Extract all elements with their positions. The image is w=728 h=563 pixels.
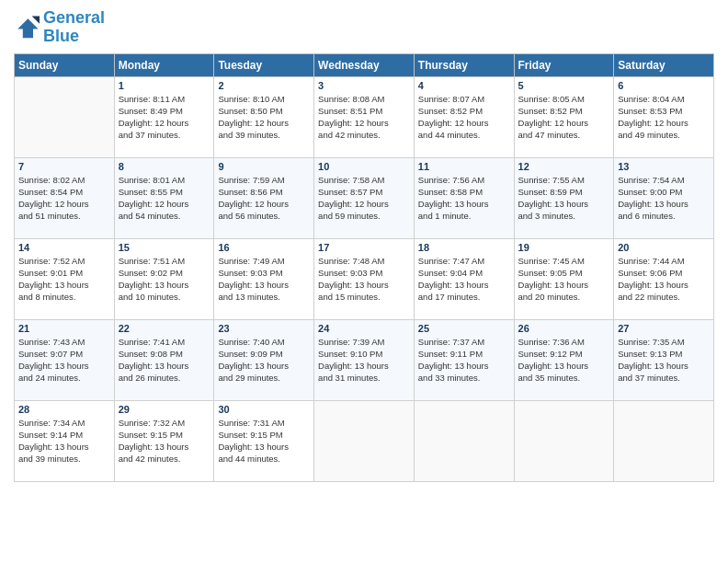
calendar-cell: 14Sunrise: 7:52 AM Sunset: 9:01 PM Dayli… bbox=[15, 238, 115, 319]
day-info: Sunrise: 7:51 AM Sunset: 9:02 PM Dayligh… bbox=[119, 255, 210, 304]
week-row-3: 14Sunrise: 7:52 AM Sunset: 9:01 PM Dayli… bbox=[15, 238, 714, 319]
calendar-cell: 26Sunrise: 7:36 AM Sunset: 9:12 PM Dayli… bbox=[514, 319, 614, 400]
day-info: Sunrise: 7:49 AM Sunset: 9:03 PM Dayligh… bbox=[218, 255, 310, 304]
day-info: Sunrise: 8:02 AM Sunset: 8:54 PM Dayligh… bbox=[18, 174, 110, 223]
calendar-cell: 7Sunrise: 8:02 AM Sunset: 8:54 PM Daylig… bbox=[15, 157, 115, 238]
calendar-cell bbox=[514, 400, 614, 481]
calendar-cell: 29Sunrise: 7:32 AM Sunset: 9:15 PM Dayli… bbox=[114, 400, 214, 481]
day-number: 15 bbox=[119, 242, 210, 253]
day-number: 27 bbox=[618, 323, 710, 334]
week-row-1: 1Sunrise: 8:11 AM Sunset: 8:49 PM Daylig… bbox=[15, 76, 714, 157]
day-info: Sunrise: 7:34 AM Sunset: 9:14 PM Dayligh… bbox=[18, 417, 110, 465]
header-row: SundayMondayTuesdayWednesdayThursdayFrid… bbox=[15, 53, 714, 76]
calendar-cell: 21Sunrise: 7:43 AM Sunset: 9:07 PM Dayli… bbox=[15, 319, 115, 400]
day-number: 18 bbox=[418, 242, 510, 253]
day-number: 6 bbox=[618, 80, 710, 91]
day-number: 19 bbox=[518, 242, 610, 253]
day-info: Sunrise: 7:45 AM Sunset: 9:05 PM Dayligh… bbox=[518, 255, 610, 304]
day-number: 23 bbox=[218, 323, 310, 334]
logo-text: General Blue bbox=[43, 9, 105, 46]
day-number: 12 bbox=[518, 161, 610, 172]
day-number: 25 bbox=[418, 323, 510, 334]
calendar-cell: 6Sunrise: 8:04 AM Sunset: 8:53 PM Daylig… bbox=[614, 76, 714, 157]
day-number: 1 bbox=[119, 80, 210, 91]
day-info: Sunrise: 8:11 AM Sunset: 8:49 PM Dayligh… bbox=[119, 93, 210, 142]
week-row-4: 21Sunrise: 7:43 AM Sunset: 9:07 PM Dayli… bbox=[15, 319, 714, 400]
calendar-cell: 3Sunrise: 8:08 AM Sunset: 8:51 PM Daylig… bbox=[314, 76, 415, 157]
day-number: 17 bbox=[318, 242, 410, 253]
calendar-cell: 12Sunrise: 7:55 AM Sunset: 8:59 PM Dayli… bbox=[514, 157, 614, 238]
day-info: Sunrise: 7:59 AM Sunset: 8:56 PM Dayligh… bbox=[218, 174, 310, 223]
day-number: 10 bbox=[318, 161, 410, 172]
calendar-cell: 18Sunrise: 7:47 AM Sunset: 9:04 PM Dayli… bbox=[414, 238, 514, 319]
page-header: General Blue bbox=[14, 9, 714, 46]
day-info: Sunrise: 7:54 AM Sunset: 9:00 PM Dayligh… bbox=[618, 174, 710, 223]
calendar-cell: 2Sunrise: 8:10 AM Sunset: 8:50 PM Daylig… bbox=[214, 76, 314, 157]
header-friday: Friday bbox=[514, 53, 614, 76]
calendar-cell: 22Sunrise: 7:41 AM Sunset: 9:08 PM Dayli… bbox=[114, 319, 214, 400]
calendar-cell: 20Sunrise: 7:44 AM Sunset: 9:06 PM Dayli… bbox=[614, 238, 714, 319]
day-number: 4 bbox=[418, 80, 510, 91]
calendar-cell: 5Sunrise: 8:05 AM Sunset: 8:52 PM Daylig… bbox=[514, 76, 614, 157]
calendar-cell: 23Sunrise: 7:40 AM Sunset: 9:09 PM Dayli… bbox=[214, 319, 314, 400]
day-number: 20 bbox=[618, 242, 710, 253]
calendar-cell: 24Sunrise: 7:39 AM Sunset: 9:10 PM Dayli… bbox=[314, 319, 415, 400]
calendar-cell: 11Sunrise: 7:56 AM Sunset: 8:58 PM Dayli… bbox=[414, 157, 514, 238]
calendar-cell: 28Sunrise: 7:34 AM Sunset: 9:14 PM Dayli… bbox=[15, 400, 115, 481]
day-info: Sunrise: 7:37 AM Sunset: 9:11 PM Dayligh… bbox=[418, 336, 510, 385]
calendar-cell: 9Sunrise: 7:59 AM Sunset: 8:56 PM Daylig… bbox=[214, 157, 314, 238]
calendar-cell: 10Sunrise: 7:58 AM Sunset: 8:57 PM Dayli… bbox=[314, 157, 415, 238]
day-info: Sunrise: 7:40 AM Sunset: 9:09 PM Dayligh… bbox=[218, 336, 310, 385]
day-number: 28 bbox=[18, 404, 110, 415]
day-info: Sunrise: 7:44 AM Sunset: 9:06 PM Dayligh… bbox=[618, 255, 710, 304]
day-number: 16 bbox=[218, 242, 310, 253]
calendar-body: 1Sunrise: 8:11 AM Sunset: 8:49 PM Daylig… bbox=[15, 76, 714, 481]
day-number: 11 bbox=[418, 161, 510, 172]
day-info: Sunrise: 7:52 AM Sunset: 9:01 PM Dayligh… bbox=[18, 255, 110, 304]
calendar-cell: 25Sunrise: 7:37 AM Sunset: 9:11 PM Dayli… bbox=[414, 319, 514, 400]
calendar-cell bbox=[614, 400, 714, 481]
day-number: 14 bbox=[18, 242, 110, 253]
day-number: 30 bbox=[218, 404, 310, 415]
calendar-header: SundayMondayTuesdayWednesdayThursdayFrid… bbox=[15, 53, 714, 76]
calendar-cell: 4Sunrise: 8:07 AM Sunset: 8:52 PM Daylig… bbox=[414, 76, 514, 157]
calendar-cell: 15Sunrise: 7:51 AM Sunset: 9:02 PM Dayli… bbox=[114, 238, 214, 319]
calendar-cell: 8Sunrise: 8:01 AM Sunset: 8:55 PM Daylig… bbox=[114, 157, 214, 238]
calendar-cell: 1Sunrise: 8:11 AM Sunset: 8:49 PM Daylig… bbox=[114, 76, 214, 157]
day-info: Sunrise: 7:43 AM Sunset: 9:07 PM Dayligh… bbox=[18, 336, 110, 385]
day-info: Sunrise: 8:08 AM Sunset: 8:51 PM Dayligh… bbox=[318, 93, 410, 142]
day-info: Sunrise: 7:31 AM Sunset: 9:15 PM Dayligh… bbox=[218, 417, 310, 465]
day-number: 22 bbox=[119, 323, 210, 334]
logo: General Blue bbox=[14, 9, 105, 46]
calendar-cell: 30Sunrise: 7:31 AM Sunset: 9:15 PM Dayli… bbox=[214, 400, 314, 481]
day-info: Sunrise: 7:35 AM Sunset: 9:13 PM Dayligh… bbox=[618, 336, 710, 385]
day-info: Sunrise: 7:56 AM Sunset: 8:58 PM Dayligh… bbox=[418, 174, 510, 223]
day-number: 5 bbox=[518, 80, 610, 91]
week-row-2: 7Sunrise: 8:02 AM Sunset: 8:54 PM Daylig… bbox=[15, 157, 714, 238]
day-info: Sunrise: 8:07 AM Sunset: 8:52 PM Dayligh… bbox=[418, 93, 510, 142]
calendar-cell bbox=[314, 400, 415, 481]
day-info: Sunrise: 7:58 AM Sunset: 8:57 PM Dayligh… bbox=[318, 174, 410, 223]
day-number: 13 bbox=[618, 161, 710, 172]
header-sunday: Sunday bbox=[15, 53, 115, 76]
day-number: 8 bbox=[119, 161, 210, 172]
calendar-cell: 27Sunrise: 7:35 AM Sunset: 9:13 PM Dayli… bbox=[614, 319, 714, 400]
week-row-5: 28Sunrise: 7:34 AM Sunset: 9:14 PM Dayli… bbox=[15, 400, 714, 481]
day-info: Sunrise: 7:55 AM Sunset: 8:59 PM Dayligh… bbox=[518, 174, 610, 223]
calendar-cell: 13Sunrise: 7:54 AM Sunset: 9:00 PM Dayli… bbox=[614, 157, 714, 238]
day-info: Sunrise: 7:47 AM Sunset: 9:04 PM Dayligh… bbox=[418, 255, 510, 304]
calendar-cell: 16Sunrise: 7:49 AM Sunset: 9:03 PM Dayli… bbox=[214, 238, 314, 319]
calendar-cell: 17Sunrise: 7:48 AM Sunset: 9:03 PM Dayli… bbox=[314, 238, 415, 319]
day-info: Sunrise: 8:01 AM Sunset: 8:55 PM Dayligh… bbox=[119, 174, 210, 223]
day-number: 9 bbox=[218, 161, 310, 172]
calendar-cell: 19Sunrise: 7:45 AM Sunset: 9:05 PM Dayli… bbox=[514, 238, 614, 319]
day-number: 29 bbox=[119, 404, 210, 415]
day-info: Sunrise: 7:41 AM Sunset: 9:08 PM Dayligh… bbox=[119, 336, 210, 385]
day-number: 24 bbox=[318, 323, 410, 334]
day-info: Sunrise: 7:39 AM Sunset: 9:10 PM Dayligh… bbox=[318, 336, 410, 385]
day-info: Sunrise: 7:36 AM Sunset: 9:12 PM Dayligh… bbox=[518, 336, 610, 385]
day-info: Sunrise: 7:48 AM Sunset: 9:03 PM Dayligh… bbox=[318, 255, 410, 304]
calendar-cell bbox=[15, 76, 115, 157]
day-number: 21 bbox=[18, 323, 110, 334]
day-info: Sunrise: 7:32 AM Sunset: 9:15 PM Dayligh… bbox=[119, 417, 210, 465]
